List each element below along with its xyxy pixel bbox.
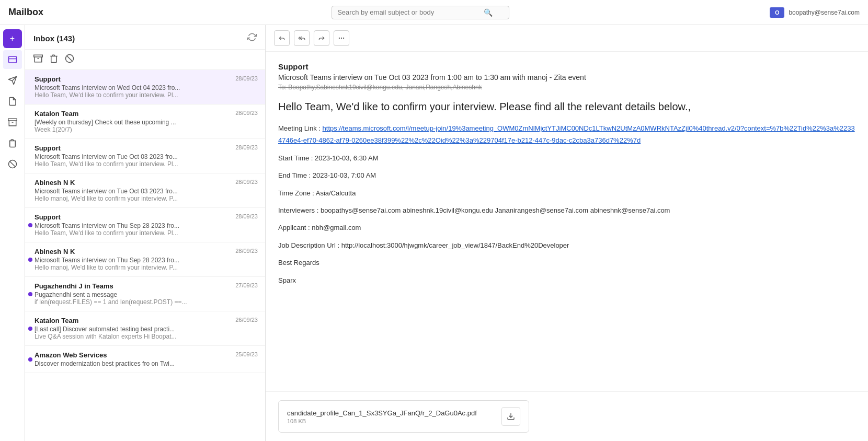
email-preview: Week 1(20/7)	[35, 126, 258, 133]
detail-to: To: Boopathy,Sabineshnk19civil@kongu.edu…	[278, 84, 855, 91]
detail-header-row: Support Microsoft Teams interview on Tue…	[278, 62, 855, 99]
email-list: Support 28/09/23 Microsoft Teams intervi…	[25, 70, 265, 441]
svg-point-11	[339, 38, 339, 38]
delete-btn[interactable]	[49, 54, 59, 65]
email-sender: Abinesh N K	[35, 248, 75, 256]
email-preview: Hello Team, We'd like to confirm your in…	[35, 91, 258, 99]
email-subject: Microsoft Teams interview on Thu Sep 28 …	[35, 257, 258, 264]
email-date: 28/09/23	[235, 213, 258, 219]
email-preview: Hello manoj, We'd like to confirm your i…	[35, 195, 258, 202]
email-date: 28/09/23	[235, 179, 258, 185]
email-item-header: Amazon Web Services 25/09/23	[35, 351, 258, 359]
svg-rect-1	[8, 119, 17, 121]
meeting-link-label: Meeting Link :	[278, 124, 321, 132]
email-list-item[interactable]: Support 28/09/23 Microsoft Teams intervi…	[25, 139, 265, 173]
email-sender: Amazon Web Services	[35, 351, 107, 359]
email-toolbar	[25, 50, 265, 70]
topbar: Mailbox 🔍 O boopathy@sense7ai.com	[0, 0, 868, 25]
detail-subject: Microsoft Teams interview on Tue Oct 03 …	[278, 73, 855, 82]
search-wrapper: 🔍	[71, 6, 770, 19]
sidebar-spam-btn[interactable]	[3, 155, 22, 173]
email-preview: if len(request.FILES) == 1 and len(reque…	[35, 298, 258, 306]
download-btn[interactable]	[501, 407, 520, 426]
attachment-info: candidate_profile_Can_1_Sx3SYGa_JFanQ/r_…	[287, 409, 477, 424]
forward-btn[interactable]	[314, 30, 329, 46]
more-actions-btn[interactable]	[334, 30, 349, 46]
reply-btn[interactable]	[274, 30, 290, 46]
unread-indicator	[28, 258, 32, 262]
email-preview: Hello Team, We'd like to confirm your in…	[35, 160, 258, 168]
sidebar-drafts-btn[interactable]	[3, 92, 22, 111]
sidebar-inbox-btn[interactable]	[3, 50, 22, 69]
email-detail-panel: Support Microsoft Teams interview on Tue…	[266, 25, 868, 441]
email-sender: Support	[35, 75, 61, 83]
attachment-box: candidate_profile_Can_1_Sx3SYGa_JFanQ/r_…	[278, 400, 529, 433]
email-sender: Support	[35, 213, 61, 221]
email-sender: Support	[35, 144, 61, 152]
email-list-header: Inbox (143)	[25, 25, 265, 50]
user-area: O boopathy@sense7ai.com	[770, 7, 860, 18]
sidebar-add-btn[interactable]: +	[3, 29, 22, 48]
user-icon-letter: O	[775, 9, 780, 16]
attachment-size: 108 KB	[287, 418, 477, 424]
start-time: Start Time : 2023-10-03, 6:30 AM	[278, 152, 855, 164]
svg-line-8	[67, 56, 73, 62]
email-subject: Microsoft Teams interview on Wed Oct 04 …	[35, 84, 258, 91]
email-preview: Hello manoj, We'd like to confirm your i…	[35, 264, 258, 271]
email-date: 28/09/23	[235, 248, 258, 254]
email-item-header: Support 28/09/23	[35, 144, 258, 152]
email-list-item[interactable]: Katalon Team 28/09/23 [Weekly on thursda…	[25, 105, 265, 139]
detail-header-info: Support Microsoft Teams interview on Tue…	[278, 62, 855, 99]
email-list-item[interactable]: Support 28/09/23 Microsoft Teams intervi…	[25, 208, 265, 242]
refresh-btn[interactable]	[247, 32, 257, 44]
search-input[interactable]	[337, 8, 484, 16]
unread-indicator	[28, 327, 32, 331]
detail-greeting: Hello Team, We'd like to confirm your in…	[278, 99, 855, 114]
email-date: 28/09/23	[235, 144, 258, 150]
meeting-link-line: Meeting Link : https://teams.microsoft.c…	[278, 122, 855, 147]
search-icon: 🔍	[484, 8, 493, 17]
job-desc: Job Description Url : http://localhost:3…	[278, 239, 855, 251]
email-subject: Microsoft Teams interview on Thu Sep 28 …	[35, 222, 258, 229]
sidebar-trash-btn[interactable]	[3, 134, 22, 153]
svg-rect-0	[8, 56, 16, 63]
svg-point-10	[344, 38, 344, 38]
detail-toolbar	[266, 25, 868, 52]
detail-content: Support Microsoft Teams interview on Tue…	[266, 52, 868, 391]
unread-indicator	[28, 223, 32, 227]
svg-rect-5	[34, 55, 43, 57]
spam-btn[interactable]	[65, 54, 74, 65]
email-list-item[interactable]: Katalon Team 26/09/23 [Last call] Discov…	[25, 311, 265, 346]
svg-line-4	[9, 161, 15, 167]
reply-all-btn[interactable]	[294, 30, 310, 46]
archive-btn[interactable]	[33, 54, 43, 65]
sidebar-archive-btn[interactable]	[3, 113, 22, 132]
sidebar-send-btn[interactable]	[3, 71, 22, 90]
email-date: 28/09/23	[235, 110, 258, 116]
email-list-item[interactable]: Support 28/09/23 Microsoft Teams intervi…	[25, 70, 265, 105]
email-sender: Pugazhendhi J in Teams	[35, 282, 113, 290]
timezone: Time Zone : Asia/Calcutta	[278, 187, 855, 199]
email-date: 26/09/23	[235, 317, 258, 323]
email-subject: [Weekly on thursday] Check out these upc…	[35, 119, 258, 126]
user-app-icon: O	[770, 7, 784, 18]
email-list-item[interactable]: Abinesh N K 28/09/23 Microsoft Teams int…	[25, 173, 265, 208]
email-list-item[interactable]: Pugazhendhi J in Teams 27/09/23 Pugazhen…	[25, 277, 265, 311]
email-item-header: Support 28/09/23	[35, 213, 258, 221]
email-list-panel: Inbox (143) Support 28/09/23 Microsoft T…	[25, 25, 266, 441]
main-layout: + Inbox (143)	[0, 25, 868, 441]
email-list-item[interactable]: Amazon Web Services 25/09/23 Discover mo…	[25, 346, 265, 373]
applicant: Applicant : nbh@gmail.com	[278, 222, 855, 234]
email-date: 27/09/23	[235, 282, 258, 288]
email-list-item[interactable]: Abinesh N K 28/09/23 Microsoft Teams int…	[25, 242, 265, 277]
meeting-link[interactable]: https://teams.microsoft.com/l/meetup-joi…	[278, 124, 855, 144]
interviewers: Interviewers : boopathys@sense7ai.com ab…	[278, 204, 855, 216]
inbox-title: Inbox (143)	[33, 34, 75, 43]
unread-indicator	[28, 357, 32, 362]
app-title: Mailbox	[8, 7, 71, 18]
email-item-header: Abinesh N K 28/09/23	[35, 179, 258, 187]
email-date: 28/09/23	[235, 75, 258, 82]
attachment-area: candidate_profile_Can_1_Sx3SYGa_JFanQ/r_…	[266, 391, 868, 441]
email-item-header: Abinesh N K 28/09/23	[35, 248, 258, 256]
email-subject: [Last call] Discover automated testing b…	[35, 326, 258, 333]
